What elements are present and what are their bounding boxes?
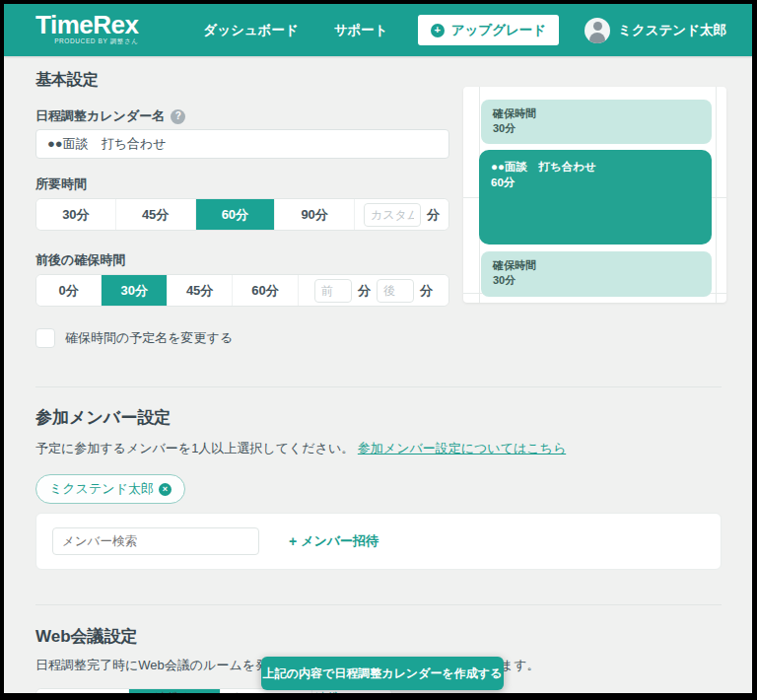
app-window: TimeRex PRODUCED BY 調整さん ダッシュボード サポート + …	[4, 4, 752, 693]
buffer-segmented-control: 0分 30分 45分 60分 分 分	[35, 274, 449, 307]
create-calendar-button[interactable]: 上記の内容で日程調整カレンダーを作成する	[261, 657, 504, 690]
section-title-basic: 基本設定	[35, 56, 752, 91]
duration-option-30[interactable]: 30分	[36, 199, 116, 230]
plus-icon: +	[431, 24, 445, 37]
buffer-option-45[interactable]: 45分	[168, 275, 233, 306]
app-header: TimeRex PRODUCED BY 調整さん ダッシュボード サポート + …	[4, 4, 752, 56]
preview-buffer-bottom-duration: 30分	[493, 273, 700, 288]
rename-buffer-row: 確保時間の予定名を変更する	[35, 328, 752, 348]
user-menu[interactable]: ミクステンド太郎	[585, 18, 726, 43]
buffer-after-suffix: 分	[420, 282, 433, 300]
user-name: ミクステンド太郎	[618, 22, 726, 39]
zoom-footnote-link[interactable]: Zoom連携について	[284, 691, 390, 693]
duration-option-90[interactable]: 90分	[275, 199, 355, 230]
preview-buffer-block-top: 確保時間 30分	[481, 100, 712, 144]
timerex-logo[interactable]: TimeRex PRODUCED BY 調整さん	[35, 12, 138, 46]
section-title-members: 参加メンバー設定	[35, 406, 752, 429]
preview-event-block: ●●面談 打ち合わせ 60分	[479, 150, 712, 245]
upgrade-label: アップグレード	[451, 22, 546, 39]
calendar-name-input[interactable]	[35, 129, 449, 159]
user-avatar-icon	[585, 18, 610, 43]
buffer-option-0[interactable]: 0分	[36, 275, 102, 306]
preview-buffer-bottom-title: 確保時間	[493, 258, 700, 273]
help-icon[interactable]: ?	[171, 109, 185, 124]
preview-buffer-top-title: 確保時間	[493, 106, 700, 121]
preview-gridline-vertical	[716, 87, 717, 303]
duration-option-45[interactable]: 45分	[116, 199, 196, 230]
rename-buffer-label: 確保時間の予定名を変更する	[65, 329, 233, 347]
section-divider	[35, 386, 722, 387]
buffer-option-30-selected[interactable]: 30分	[102, 275, 167, 306]
calendar-preview-card: 確保時間 30分 ●●面談 打ち合わせ 60分 確保時間 30分	[463, 87, 726, 303]
duration-option-60-selected[interactable]: 60分	[196, 199, 276, 230]
screenshot-frame: TimeRex PRODUCED BY 調整さん ダッシュボード サポート + …	[0, 0, 757, 700]
section-divider	[35, 604, 722, 605]
duration-segmented-control: 30分 45分 60分 90分 分	[35, 198, 449, 231]
chip-close-icon[interactable]: ×	[159, 483, 172, 496]
logo-text: TimeRex	[35, 12, 138, 37]
zoom-footnote-text: アカウントはZoomと連携されていません。	[35, 691, 281, 693]
duration-custom-suffix: 分	[427, 206, 440, 224]
members-description: 予定に参加するメンバーを1人以上選択してください。 参加メンバー設定についてはこ…	[35, 440, 752, 457]
preview-event-title: ●●面談 打ち合わせ	[491, 159, 700, 175]
buffer-option-60[interactable]: 60分	[233, 275, 298, 306]
members-help-link[interactable]: 参加メンバー設定についてはこちら	[358, 441, 566, 455]
avatar-body	[589, 33, 605, 43]
upgrade-button[interactable]: + アップグレード	[418, 15, 559, 45]
buffer-custom-cell: 分 分	[299, 275, 448, 306]
preview-event-duration: 60分	[491, 175, 700, 190]
header-nav: ダッシュボード サポート + アップグレード ミクステンド太郎	[168, 15, 726, 45]
member-search-card: + メンバー招待	[35, 513, 722, 570]
plus-icon: +	[289, 533, 297, 549]
buffer-before-input[interactable]	[314, 279, 352, 303]
member-chip[interactable]: ミクステンド太郎 ×	[35, 474, 185, 504]
member-search-input[interactable]	[52, 527, 259, 555]
invite-member-label: メンバー招待	[301, 532, 378, 550]
duration-custom-cell: 分	[355, 199, 448, 230]
buffer-before-suffix: 分	[358, 282, 371, 300]
calendar-name-label: 日程調整カレンダー名	[35, 107, 165, 125]
members-description-text: 予定に参加するメンバーを1人以上選択してください。	[35, 441, 354, 455]
section-title-webmeeting: Web会議設定	[35, 625, 752, 648]
member-chip-name: ミクステンド太郎	[49, 480, 154, 498]
nav-support[interactable]: サポート	[334, 22, 388, 39]
plus-glyph: +	[434, 25, 440, 35]
preview-buffer-block-bottom: 確保時間 30分	[481, 251, 712, 297]
avatar-head	[593, 22, 602, 31]
duration-custom-input[interactable]	[364, 203, 421, 227]
preview-buffer-top-duration: 30分	[493, 121, 700, 136]
rename-buffer-checkbox[interactable]	[35, 328, 55, 348]
nav-dashboard[interactable]: ダッシュボード	[203, 22, 298, 39]
zoom-link-footnote: アカウントはZoomと連携されていません。 Zoom連携について	[35, 690, 390, 693]
invite-member-link[interactable]: + メンバー招待	[289, 532, 378, 550]
buffer-after-input[interactable]	[377, 279, 414, 303]
